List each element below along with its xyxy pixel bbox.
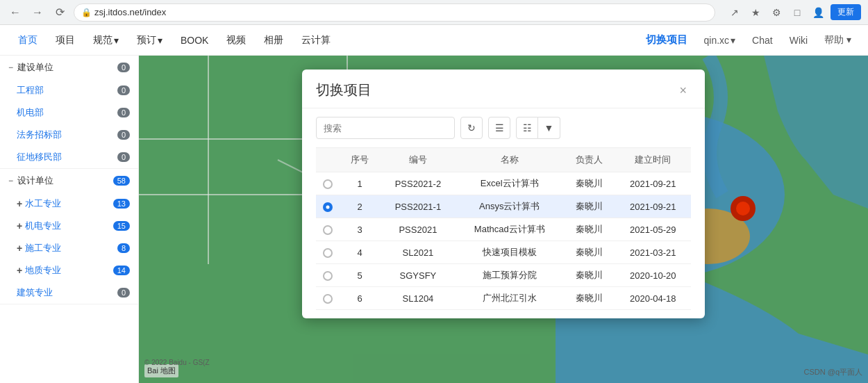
forward-button[interactable]: → (29, 4, 46, 21)
sidebar-item-engineering[interactable]: 工程部 0 (0, 79, 138, 101)
profile-icon[interactable]: 👤 (810, 4, 826, 21)
update-button[interactable]: 更新 (831, 4, 861, 20)
bookmark-icon[interactable]: ★ (747, 4, 764, 21)
chevron-down-icon: ▾ (731, 35, 735, 46)
date-cell: 2021-03-21 (615, 241, 691, 264)
radio-button[interactable] (323, 294, 333, 304)
sidebar-item-construction[interactable]: + 施工专业 8 (0, 237, 138, 259)
back-button[interactable]: ← (7, 4, 24, 21)
grid-view-button[interactable]: ☷ (516, 117, 538, 139)
table-header: 序号 编号 名称 负责人 建立时间 (316, 148, 691, 172)
sidebar-item-land[interactable]: 征地移民部 0 (0, 146, 138, 168)
refresh-button[interactable]: ↻ (460, 117, 483, 139)
table-row[interactable]: 3 PSS2021 Mathcad云计算书 秦晓川 2021-05-29 (316, 218, 691, 241)
main-area: − 建设单位 0 工程部 0 机电部 0 法务招标部 0 征地移民部 0 (0, 56, 868, 383)
list-view-button[interactable]: ☰ (488, 117, 510, 139)
sidebar-section-design-header[interactable]: − 设计单位 58 (0, 169, 138, 193)
chevron-down-icon: ▾ (846, 34, 851, 45)
radio-button[interactable] (323, 225, 333, 235)
radio-cell[interactable] (316, 195, 340, 218)
code-cell: PSS2021-1 (380, 195, 456, 218)
modal-header: 切换项目 × (302, 70, 705, 108)
sidebar-item-architecture[interactable]: 建筑专业 0 (0, 282, 138, 304)
grid-dropdown-button[interactable]: ▼ (538, 117, 560, 139)
code-cell: SL1204 (380, 287, 456, 310)
chevron-down-icon: ▼ (544, 122, 554, 133)
sidebar-item-mechanical[interactable]: 机电部 0 (0, 101, 138, 124)
section-badge: 58 (113, 176, 130, 186)
date-cell: 2021-09-21 (615, 195, 691, 218)
sidebar-section-construction-header[interactable]: − 建设单位 0 (0, 56, 138, 79)
nav-cloud[interactable]: 云计算 (294, 30, 337, 51)
radio-button[interactable] (323, 179, 333, 189)
sidebar-item-geology[interactable]: + 地质专业 14 (0, 259, 138, 282)
nav-booking[interactable]: 预订 ▾ (130, 30, 169, 51)
collapse-icon: − (8, 176, 13, 186)
nav-user[interactable]: qin.xc ▾ (699, 32, 742, 49)
url-text: zsj.itdos.net/index (94, 7, 166, 17)
item-badge: 0 (117, 85, 130, 95)
table-row[interactable]: 4 SL2021 快速项目模板 秦晓川 2021-03-21 (316, 241, 691, 264)
sidebar-item-hydraulic[interactable]: + 水工专业 13 (0, 193, 138, 215)
browser-actions: ↗ ★ ⚙ □ 👤 更新 (726, 4, 861, 21)
share-icon[interactable]: ↗ (726, 4, 743, 21)
search-input[interactable] (316, 117, 455, 139)
code-cell: PSS2021 (380, 218, 456, 241)
chevron-down-icon: ▾ (158, 35, 162, 46)
item-badge: 0 (117, 130, 130, 140)
radio-button[interactable] (323, 271, 333, 281)
modal-close-button[interactable]: × (675, 83, 691, 98)
nav-album[interactable]: 相册 (257, 30, 290, 51)
nav-home[interactable]: 首页 (11, 30, 44, 51)
owner-col-header: 负责人 (563, 148, 615, 172)
table-row[interactable]: 6 SL1204 广州北江引水 秦晓川 2020-04-18 (316, 287, 691, 310)
address-bar[interactable]: 🔒 zsj.itdos.net/index (74, 3, 715, 22)
section-badge: 0 (117, 63, 130, 72)
switch-project-modal: 切换项目 × ↻ ☰ ☷ (302, 70, 705, 318)
modal-title: 切换项目 (316, 81, 372, 99)
owner-cell: 秦晓川 (563, 241, 615, 264)
code-cell: SGYSFY (380, 264, 456, 287)
chevron-down-icon: ▾ (114, 35, 119, 46)
radio-cell[interactable] (316, 218, 340, 241)
name-cell: 施工预算分院 (456, 264, 563, 287)
radio-cell[interactable] (316, 264, 340, 287)
nav-help[interactable]: 帮助 ▾ (819, 31, 857, 49)
extensions-icon[interactable]: ⚙ (768, 4, 785, 21)
sidebar-item-electromech[interactable]: + 机电专业 15 (0, 215, 138, 237)
radio-button[interactable] (323, 248, 333, 258)
nav-chat[interactable]: Chat (746, 32, 778, 49)
nav-video[interactable]: 视频 (219, 30, 253, 51)
nav-book[interactable]: BOOK (174, 31, 215, 50)
collapse-icon: − (8, 63, 13, 72)
nav-project[interactable]: 项目 (49, 30, 82, 51)
name-col-header: 名称 (456, 148, 563, 172)
item-badge: 13 (113, 199, 130, 209)
map-area[interactable]: Bai 地图 © 2022 Baidu - GS(Z CSDN @q平面人 切换… (139, 56, 868, 383)
nav-spec[interactable]: 规范 ▾ (86, 30, 126, 51)
reload-button[interactable]: ⟳ (51, 4, 68, 21)
owner-cell: 秦晓川 (563, 264, 615, 287)
radio-cell[interactable] (316, 287, 340, 310)
item-badge: 8 (117, 243, 130, 253)
grid-icon: ☷ (523, 122, 532, 133)
seq-cell: 6 (340, 287, 380, 310)
table-row[interactable]: 1 PSS2021-2 Excel云计算书 秦晓川 2021-09-21 (316, 172, 691, 195)
window-icon[interactable]: □ (789, 4, 806, 21)
sidebar-item-legal[interactable]: 法务招标部 0 (0, 124, 138, 146)
date-cell: 2021-09-21 (615, 172, 691, 195)
switch-project-button[interactable]: 切换项目 (640, 31, 693, 49)
nav-right: 切换项目 qin.xc ▾ Chat Wiki 帮助 ▾ (640, 31, 857, 49)
table-row[interactable]: 5 SGYSFY 施工预算分院 秦晓川 2020-10-20 (316, 264, 691, 287)
table-row[interactable]: 2 PSS2021-1 Ansys云计算书 秦晓川 2021-09-21 (316, 195, 691, 218)
nav-wiki[interactable]: Wiki (784, 32, 813, 49)
owner-cell: 秦晓川 (563, 287, 615, 310)
radio-cell[interactable] (316, 241, 340, 264)
project-table-container[interactable]: 序号 编号 名称 负责人 建立时间 1 PSS2021-2 Excel云计 (316, 147, 691, 310)
name-cell: Mathcad云计算书 (456, 218, 563, 241)
radio-button[interactable] (323, 202, 333, 212)
radio-cell[interactable] (316, 172, 340, 195)
expand-icon: + (17, 265, 22, 276)
sidebar-section-design: − 设计单位 58 + 水工专业 13 + 机电专业 15 (0, 169, 138, 304)
item-badge: 0 (117, 288, 130, 298)
